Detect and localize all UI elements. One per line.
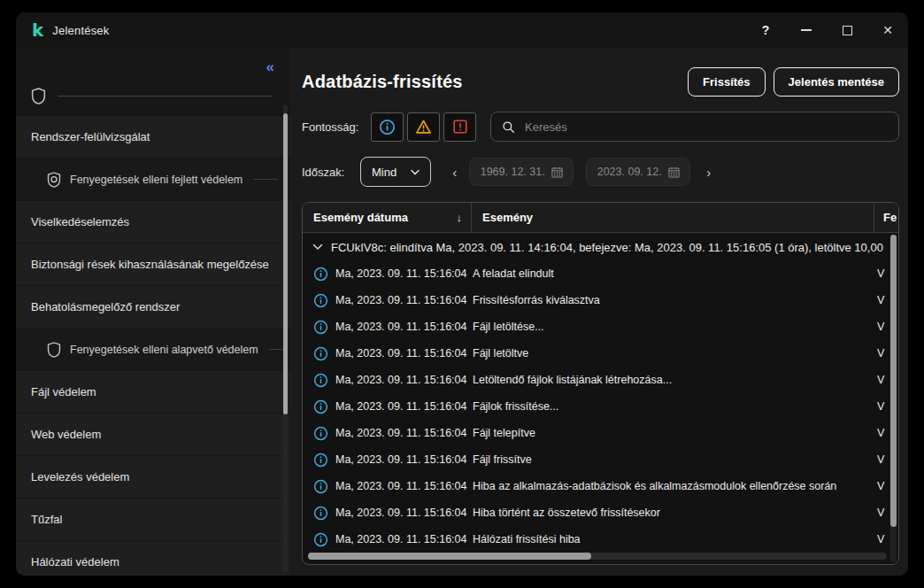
- refresh-button[interactable]: Frissítés: [688, 67, 765, 97]
- sidebar-header-alapveto-vedelem[interactable]: Fenyegetések elleni alapvető védelem: [16, 329, 290, 370]
- event-text-cell: Fájl letöltése...: [471, 321, 877, 333]
- task-group-summary: FCUkIV8c: elindítva Ma, 2023. 09. 11. 14…: [331, 241, 883, 254]
- sidebar-item-behatolasmegelozo[interactable]: Behatolásmegelőző rendszer: [16, 286, 290, 328]
- sidebar-item-tuzfal[interactable]: Tűzfal: [16, 499, 290, 540]
- save-report-button[interactable]: Jelentés mentése: [774, 67, 899, 97]
- help-button[interactable]: ?: [745, 12, 786, 48]
- event-text-cell: Fájlok frissítése...: [471, 400, 877, 413]
- app-window: k Jelentések ? ✕ «: [16, 12, 908, 576]
- date-to-field[interactable]: 2023. 09. 12.: [586, 158, 690, 186]
- search-input[interactable]: [523, 120, 888, 135]
- column-header-user[interactable]: Fe: [874, 203, 898, 232]
- sort-descending-icon: ↓: [457, 211, 463, 224]
- sidebar-header-label: Fenyegetések elleni alapvető védelem: [70, 344, 258, 356]
- importance-label: Fontosság:: [302, 120, 360, 134]
- column-user-label: Fe: [883, 211, 897, 224]
- event-text-cell: Frissítésforrás kiválasztva: [471, 294, 877, 306]
- maximize-icon: [843, 26, 852, 35]
- shield-basic-icon: [47, 342, 61, 358]
- info-icon: [313, 293, 328, 308]
- info-icon: [379, 119, 396, 135]
- info-icon: [313, 532, 328, 547]
- event-row[interactable]: Ma, 2023. 09. 11. 15:16:04 Fájl letöltés…: [303, 313, 898, 340]
- sidebar-scrollbar[interactable]: [283, 104, 288, 572]
- sidebar-section-divider: [16, 80, 290, 112]
- importance-filter-group: [371, 112, 480, 142]
- event-row[interactable]: Ma, 2023. 09. 11. 15:16:04 Hiba történt …: [303, 499, 898, 526]
- sidebar-item-label: Tűzfal: [31, 513, 62, 526]
- event-date-cell: Ma, 2023. 09. 11. 15:16:04: [335, 294, 471, 306]
- importance-warning-button[interactable]: [407, 112, 440, 142]
- calendar-icon: [551, 166, 563, 178]
- period-label: Időszak:: [302, 166, 360, 179]
- sidebar-item-web-vedelem[interactable]: Web védelem: [16, 414, 290, 455]
- event-date-cell: Ma, 2023. 09. 11. 15:16:04: [335, 400, 471, 413]
- event-text-cell: Fájl frissítve: [471, 453, 877, 466]
- events-table: Esemény dátuma ↓ Esemény Fe: [302, 202, 899, 565]
- table-vertical-scrollbar[interactable]: [890, 235, 897, 562]
- event-row[interactable]: Ma, 2023. 09. 11. 15:16:04 Fájl telepítv…: [303, 420, 898, 446]
- close-button[interactable]: ✕: [867, 12, 908, 48]
- info-icon: [313, 453, 328, 468]
- sidebar-item-label: Web védelem: [31, 428, 101, 441]
- shield-advanced-icon: [47, 172, 61, 188]
- sidebar-item-fajl-vedelem[interactable]: Fájl védelem: [16, 371, 290, 413]
- period-next-icon[interactable]: ›: [703, 165, 714, 180]
- table-vertical-scrollbar-thumb[interactable]: [890, 235, 897, 527]
- info-icon: [313, 506, 328, 521]
- kaspersky-logo-icon: k: [32, 21, 43, 39]
- event-text-cell: A feladat elindult: [471, 267, 877, 280]
- chevron-down-icon: [312, 244, 323, 251]
- event-row[interactable]: Ma, 2023. 09. 11. 15:16:04 Hálózati fris…: [303, 526, 898, 553]
- event-date-cell: Ma, 2023. 09. 11. 15:16:04: [335, 507, 471, 519]
- event-row[interactable]: Ma, 2023. 09. 11. 15:16:04 Hiba az alkal…: [303, 473, 898, 499]
- info-icon: [313, 346, 328, 361]
- table-horizontal-scrollbar[interactable]: [308, 553, 887, 560]
- critical-icon: [452, 119, 468, 135]
- sidebar-item-levelezes-vedelem[interactable]: Levelezés védelem: [16, 456, 290, 498]
- chevron-down-icon: [411, 169, 420, 175]
- task-group-row[interactable]: FCUkIV8c: elindítva Ma, 2023. 09. 11. 14…: [303, 234, 898, 260]
- search-icon: [502, 120, 515, 134]
- help-icon: ?: [762, 23, 770, 37]
- column-header-event[interactable]: Esemény: [471, 203, 874, 232]
- sidebar-item-rendszer-felulvizsgalat[interactable]: Rendszer-felülvizsgálat: [16, 116, 290, 158]
- event-date-cell: Ma, 2023. 09. 11. 15:16:04: [335, 321, 471, 333]
- minimize-button[interactable]: [786, 12, 827, 48]
- sidebar-nav: Rendszer-felülvizsgálat Fenyegetések ell…: [16, 116, 290, 576]
- event-row[interactable]: Ma, 2023. 09. 11. 15:16:04 A feladat eli…: [303, 260, 898, 287]
- date-to-value: 2023. 09. 12.: [597, 166, 662, 178]
- sidebar-scrollbar-thumb[interactable]: [283, 113, 288, 414]
- column-date-label: Esemény dátuma: [313, 211, 408, 224]
- table-header: Esemény dátuma ↓ Esemény Fe: [303, 203, 898, 233]
- table-body: FCUkIV8c: elindítva Ma, 2023. 09. 11. 14…: [303, 233, 898, 564]
- maximize-button[interactable]: [827, 12, 867, 48]
- sidebar: « Rendszer-felülvizsgálat Fenyegetések: [16, 48, 290, 576]
- sidebar-header-fejlett-vedelem[interactable]: Fenyegetések elleni fejlett védelem: [16, 159, 290, 200]
- shield-icon: [31, 88, 46, 104]
- table-horizontal-scrollbar-thumb[interactable]: [308, 553, 591, 560]
- date-from-field[interactable]: 1969. 12. 31.: [469, 158, 574, 186]
- period-dropdown[interactable]: Mind: [360, 157, 431, 187]
- sidebar-item-viselkedeselemzes[interactable]: Viselkedéselemzés: [16, 201, 290, 243]
- period-dropdown-value: Mind: [372, 166, 397, 179]
- collapse-sidebar-icon[interactable]: «: [266, 59, 274, 74]
- date-from-value: 1969. 12. 31.: [481, 166, 545, 178]
- info-icon: [313, 426, 328, 441]
- event-date-cell: Ma, 2023. 09. 11. 15:16:04: [335, 427, 471, 439]
- sidebar-item-halozati-vedelem[interactable]: Hálózati védelem: [16, 541, 290, 576]
- importance-critical-button[interactable]: [443, 112, 476, 142]
- event-row[interactable]: Ma, 2023. 09. 11. 15:16:04 Letöltendő fá…: [303, 367, 898, 393]
- sidebar-item-label: Viselkedéselemzés: [31, 215, 129, 228]
- column-header-date[interactable]: Esemény dátuma ↓: [303, 203, 471, 232]
- period-prev-icon[interactable]: ‹: [449, 165, 460, 180]
- sidebar-item-label: Levelezés védelem: [31, 470, 129, 484]
- importance-info-button[interactable]: [371, 112, 404, 142]
- event-row[interactable]: Ma, 2023. 09. 11. 15:16:04 Frissítésforr…: [303, 287, 898, 313]
- event-row[interactable]: Ma, 2023. 09. 11. 15:16:04 Fájl frissítv…: [303, 446, 898, 473]
- sidebar-header-label: Fenyegetések elleni fejlett védelem: [70, 174, 243, 186]
- event-row[interactable]: Ma, 2023. 09. 11. 15:16:04 Fájl letöltve…: [303, 340, 898, 367]
- main-panel: Adatbázis-frissítés Frissítés Jelentés m…: [290, 48, 908, 576]
- sidebar-item-biztonsagi-resek[interactable]: Biztonsági rések kihasználásának megelőz…: [16, 244, 290, 285]
- event-row[interactable]: Ma, 2023. 09. 11. 15:16:04 Fájlok frissí…: [303, 393, 898, 420]
